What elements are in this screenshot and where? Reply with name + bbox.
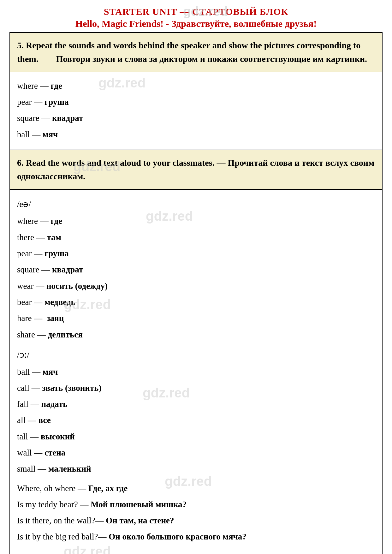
vocab5-box: gdz.red where — где pear — груша square … <box>9 72 383 150</box>
poem-line-1: Where, oh where — Где, ах где <box>17 480 375 497</box>
s2-item-4: all — все <box>17 412 375 428</box>
task5-text: 5. Repeat the sounds and words behind th… <box>17 39 375 66</box>
phoneme-1: /eə/ <box>17 195 375 213</box>
s1-item-5: wear — носить (одежду) <box>17 278 375 294</box>
vocab5-item-4: ball — мяч <box>17 127 375 143</box>
poem-line-2: Is my teddy bear? — Мой плюшевый мишка? <box>17 497 375 513</box>
s2-item-3: fall — падать <box>17 396 375 412</box>
s1-item-6: bear — медведь <box>17 294 375 310</box>
task6-text: 6. Read the words and text aloud to your… <box>17 156 375 183</box>
vocab5-item-1: where — где <box>17 78 375 94</box>
s2-item-7: small — маленький <box>17 461 375 477</box>
vocab6-content: gdz.red gdz.red gdz.red gdz.red /eə/ whe… <box>9 190 383 554</box>
s1-item-7: hare — заяц <box>17 310 375 326</box>
task5-box: 5. Repeat the sounds and words behind th… <box>9 32 383 72</box>
poem-line-3: Is it there, on the wall?— Он там, на ст… <box>17 513 375 529</box>
phoneme-2: /ɔː/ <box>17 346 375 364</box>
s2-item-6: wall — стена <box>17 445 375 461</box>
poem-line-4: Is it by the big red ball?— Он около бол… <box>17 529 375 545</box>
task6-dash: — <box>217 158 226 168</box>
task6-number: 6. <box>17 158 24 168</box>
vocab5-item-2: pear — груша <box>17 94 375 110</box>
s1-item-1: where — где <box>17 213 375 229</box>
vocab5-item-3: square — квадрат <box>17 110 375 126</box>
s1-item-2: there — там <box>17 229 375 246</box>
watermark-bottom: gdz.red <box>64 544 111 554</box>
task5-number: 5. <box>17 40 24 50</box>
task6-en: Read the words and text aloud to your cl… <box>26 158 217 168</box>
subtitle: Hello, Magic Friends! - Здравствуйте, во… <box>9 18 383 29</box>
s1-item-8: share — делиться <box>17 327 375 343</box>
s1-item-3: pear — груша <box>17 246 375 262</box>
task6-box: gdz.red 6. Read the words and text aloud… <box>9 150 383 190</box>
s2-item-1: ball — мяч <box>17 364 375 380</box>
page-header: STARTER UNIT — СТАРТОВЫЙ БЛОК Hello, Mag… <box>9 6 383 29</box>
main-title: STARTER UNIT — СТАРТОВЫЙ БЛОК <box>9 6 383 17</box>
s2-item-5: tall — высокий <box>17 429 375 445</box>
s2-item-2: call — звать (звонить) <box>17 380 375 396</box>
task5-ru: Повтори звуки и слова за диктором и пока… <box>52 54 367 64</box>
task5-dash: — <box>41 54 50 64</box>
s1-item-4: square — квадрат <box>17 262 375 278</box>
